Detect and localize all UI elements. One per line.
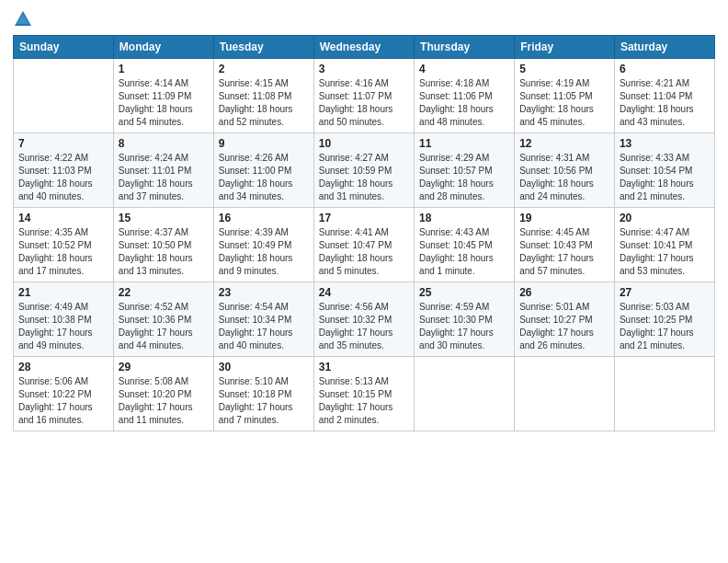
day-cell: 18Sunrise: 4:43 AM Sunset: 10:45 PM Dayl… bbox=[415, 208, 515, 282]
day-cell: 14Sunrise: 4:35 AM Sunset: 10:52 PM Dayl… bbox=[14, 208, 114, 282]
day-number: 26 bbox=[519, 286, 609, 299]
day-cell: 28Sunrise: 5:06 AM Sunset: 10:22 PM Dayl… bbox=[14, 357, 114, 431]
day-cell: 9Sunrise: 4:26 AM Sunset: 11:00 PM Dayli… bbox=[213, 133, 313, 208]
day-number: 21 bbox=[18, 286, 108, 299]
day-cell bbox=[415, 357, 515, 431]
day-info: Sunrise: 4:15 AM Sunset: 11:08 PM Daylig… bbox=[219, 77, 309, 129]
weekday-friday: Friday bbox=[515, 36, 615, 59]
day-cell: 16Sunrise: 4:39 AM Sunset: 10:49 PM Dayl… bbox=[213, 208, 313, 282]
day-number: 28 bbox=[18, 361, 108, 373]
day-number: 19 bbox=[519, 212, 609, 224]
day-cell: 3Sunrise: 4:16 AM Sunset: 11:07 PM Dayli… bbox=[313, 59, 414, 133]
day-info: Sunrise: 4:56 AM Sunset: 10:32 PM Daylig… bbox=[319, 301, 409, 352]
day-info: Sunrise: 4:37 AM Sunset: 10:50 PM Daylig… bbox=[119, 226, 209, 278]
day-info: Sunrise: 4:18 AM Sunset: 11:06 PM Daylig… bbox=[419, 77, 509, 129]
week-row-2: 7Sunrise: 4:22 AM Sunset: 11:03 PM Dayli… bbox=[14, 133, 715, 208]
day-cell bbox=[515, 357, 615, 431]
weekday-wednesday: Wednesday bbox=[313, 36, 414, 59]
day-number: 29 bbox=[119, 361, 209, 373]
day-cell: 25Sunrise: 4:59 AM Sunset: 10:30 PM Dayl… bbox=[415, 282, 515, 357]
day-cell bbox=[14, 59, 114, 133]
day-number: 4 bbox=[419, 63, 509, 75]
day-info: Sunrise: 4:41 AM Sunset: 10:47 PM Daylig… bbox=[319, 226, 409, 278]
day-number: 17 bbox=[319, 212, 409, 224]
day-cell: 27Sunrise: 5:03 AM Sunset: 10:25 PM Dayl… bbox=[614, 282, 714, 357]
day-number: 1 bbox=[119, 63, 209, 75]
day-info: Sunrise: 5:01 AM Sunset: 10:27 PM Daylig… bbox=[519, 301, 609, 352]
day-info: Sunrise: 4:22 AM Sunset: 11:03 PM Daylig… bbox=[18, 152, 108, 203]
day-number: 15 bbox=[119, 212, 209, 224]
day-info: Sunrise: 4:16 AM Sunset: 11:07 PM Daylig… bbox=[319, 77, 409, 129]
weekday-thursday: Thursday bbox=[415, 36, 515, 59]
day-cell: 26Sunrise: 5:01 AM Sunset: 10:27 PM Dayl… bbox=[515, 282, 615, 357]
day-cell: 30Sunrise: 5:10 AM Sunset: 10:18 PM Dayl… bbox=[213, 357, 313, 431]
page: SundayMondayTuesdayWednesdayThursdayFrid… bbox=[0, 0, 728, 563]
day-info: Sunrise: 4:21 AM Sunset: 11:04 PM Daylig… bbox=[620, 77, 710, 129]
day-info: Sunrise: 4:49 AM Sunset: 10:38 PM Daylig… bbox=[18, 301, 108, 352]
day-cell: 24Sunrise: 4:56 AM Sunset: 10:32 PM Dayl… bbox=[313, 282, 414, 357]
day-cell: 17Sunrise: 4:41 AM Sunset: 10:47 PM Dayl… bbox=[313, 208, 414, 282]
logo bbox=[13, 9, 35, 29]
day-info: Sunrise: 4:14 AM Sunset: 11:09 PM Daylig… bbox=[119, 77, 209, 129]
day-number: 27 bbox=[620, 286, 710, 299]
day-number: 22 bbox=[119, 286, 209, 299]
day-number: 3 bbox=[319, 63, 409, 75]
day-info: Sunrise: 5:03 AM Sunset: 10:25 PM Daylig… bbox=[620, 301, 710, 352]
day-number: 23 bbox=[219, 286, 309, 299]
weekday-monday: Monday bbox=[113, 36, 213, 59]
day-number: 30 bbox=[219, 361, 309, 373]
day-cell: 12Sunrise: 4:31 AM Sunset: 10:56 PM Dayl… bbox=[515, 133, 615, 208]
day-cell: 20Sunrise: 4:47 AM Sunset: 10:41 PM Dayl… bbox=[614, 208, 714, 282]
day-cell bbox=[614, 357, 714, 431]
day-cell: 15Sunrise: 4:37 AM Sunset: 10:50 PM Dayl… bbox=[113, 208, 213, 282]
day-cell: 31Sunrise: 5:13 AM Sunset: 10:15 PM Dayl… bbox=[313, 357, 414, 431]
day-info: Sunrise: 4:24 AM Sunset: 11:01 PM Daylig… bbox=[119, 152, 209, 203]
day-info: Sunrise: 4:47 AM Sunset: 10:41 PM Daylig… bbox=[620, 226, 710, 278]
weekday-saturday: Saturday bbox=[614, 36, 714, 59]
logo-icon bbox=[13, 9, 33, 29]
day-number: 13 bbox=[620, 137, 710, 150]
day-cell: 8Sunrise: 4:24 AM Sunset: 11:01 PM Dayli… bbox=[113, 133, 213, 208]
day-number: 6 bbox=[620, 63, 710, 75]
day-info: Sunrise: 5:10 AM Sunset: 10:18 PM Daylig… bbox=[219, 375, 309, 427]
day-number: 12 bbox=[519, 137, 609, 150]
week-row-5: 28Sunrise: 5:06 AM Sunset: 10:22 PM Dayl… bbox=[14, 357, 715, 431]
day-info: Sunrise: 5:08 AM Sunset: 10:20 PM Daylig… bbox=[119, 375, 209, 427]
day-number: 18 bbox=[419, 212, 509, 224]
day-info: Sunrise: 4:43 AM Sunset: 10:45 PM Daylig… bbox=[419, 226, 509, 278]
day-cell: 29Sunrise: 5:08 AM Sunset: 10:20 PM Dayl… bbox=[113, 357, 213, 431]
day-info: Sunrise: 4:59 AM Sunset: 10:30 PM Daylig… bbox=[419, 301, 509, 352]
day-info: Sunrise: 4:39 AM Sunset: 10:49 PM Daylig… bbox=[219, 226, 309, 278]
day-number: 2 bbox=[219, 63, 309, 75]
weekday-header-row: SundayMondayTuesdayWednesdayThursdayFrid… bbox=[14, 36, 715, 59]
day-info: Sunrise: 5:13 AM Sunset: 10:15 PM Daylig… bbox=[319, 375, 409, 427]
day-number: 25 bbox=[419, 286, 509, 299]
week-row-1: 1Sunrise: 4:14 AM Sunset: 11:09 PM Dayli… bbox=[14, 59, 715, 133]
day-info: Sunrise: 4:52 AM Sunset: 10:36 PM Daylig… bbox=[119, 301, 209, 352]
day-number: 9 bbox=[219, 137, 309, 150]
weekday-sunday: Sunday bbox=[14, 36, 114, 59]
day-cell: 11Sunrise: 4:29 AM Sunset: 10:57 PM Dayl… bbox=[415, 133, 515, 208]
day-number: 14 bbox=[18, 212, 108, 224]
day-cell: 6Sunrise: 4:21 AM Sunset: 11:04 PM Dayli… bbox=[614, 59, 714, 133]
week-row-3: 14Sunrise: 4:35 AM Sunset: 10:52 PM Dayl… bbox=[14, 208, 715, 282]
day-cell: 1Sunrise: 4:14 AM Sunset: 11:09 PM Dayli… bbox=[113, 59, 213, 133]
day-number: 5 bbox=[519, 63, 609, 75]
day-number: 11 bbox=[419, 137, 509, 150]
day-cell: 4Sunrise: 4:18 AM Sunset: 11:06 PM Dayli… bbox=[415, 59, 515, 133]
day-cell: 7Sunrise: 4:22 AM Sunset: 11:03 PM Dayli… bbox=[14, 133, 114, 208]
day-info: Sunrise: 4:26 AM Sunset: 11:00 PM Daylig… bbox=[219, 152, 309, 203]
day-cell: 10Sunrise: 4:27 AM Sunset: 10:59 PM Dayl… bbox=[313, 133, 414, 208]
day-info: Sunrise: 4:45 AM Sunset: 10:43 PM Daylig… bbox=[519, 226, 609, 278]
day-number: 8 bbox=[119, 137, 209, 150]
day-info: Sunrise: 4:29 AM Sunset: 10:57 PM Daylig… bbox=[419, 152, 509, 203]
day-cell: 23Sunrise: 4:54 AM Sunset: 10:34 PM Dayl… bbox=[213, 282, 313, 357]
day-number: 7 bbox=[18, 137, 108, 150]
day-number: 10 bbox=[319, 137, 409, 150]
day-info: Sunrise: 4:31 AM Sunset: 10:56 PM Daylig… bbox=[519, 152, 609, 203]
day-info: Sunrise: 4:19 AM Sunset: 11:05 PM Daylig… bbox=[519, 77, 609, 129]
day-cell: 13Sunrise: 4:33 AM Sunset: 10:54 PM Dayl… bbox=[614, 133, 714, 208]
day-info: Sunrise: 4:33 AM Sunset: 10:54 PM Daylig… bbox=[620, 152, 710, 203]
day-info: Sunrise: 4:35 AM Sunset: 10:52 PM Daylig… bbox=[18, 226, 108, 278]
day-info: Sunrise: 4:27 AM Sunset: 10:59 PM Daylig… bbox=[319, 152, 409, 203]
